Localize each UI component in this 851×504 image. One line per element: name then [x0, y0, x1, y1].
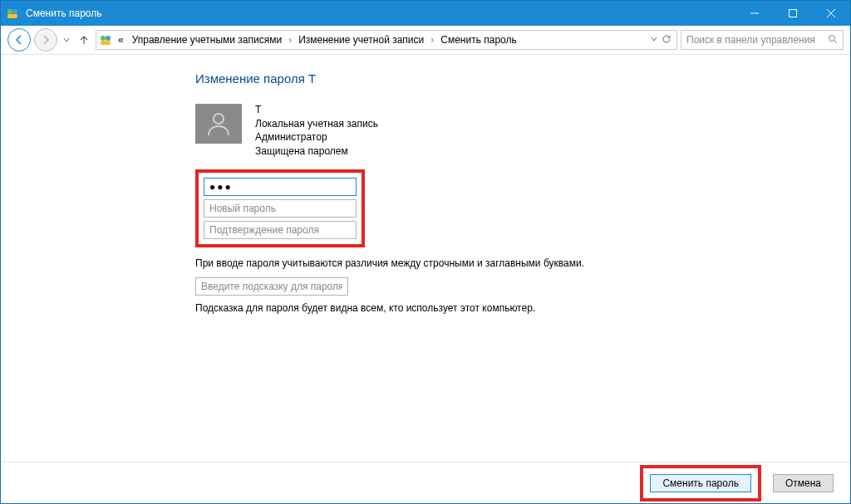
svg-point-12	[214, 114, 224, 124]
chevron-right-icon: ›	[429, 34, 435, 46]
address-dropdown-icon[interactable]	[650, 34, 658, 46]
svg-line-11	[834, 41, 837, 43]
svg-point-8	[106, 36, 111, 41]
current-password-input[interactable]	[204, 178, 357, 196]
chevron-right-icon: ›	[287, 34, 293, 46]
avatar	[195, 104, 242, 144]
new-password-input[interactable]	[204, 199, 357, 218]
confirm-password-input[interactable]	[204, 221, 357, 239]
user-account-type: Локальная учетная запись	[255, 118, 378, 131]
user-role: Администратор	[255, 131, 378, 144]
recent-locations-button[interactable]	[61, 28, 72, 51]
breadcrumb-item[interactable]: Сменить пароль	[437, 34, 520, 46]
back-button[interactable]	[7, 28, 31, 51]
window: Сменить пароль « Управлен	[0, 0, 851, 504]
breadcrumb-item[interactable]: Управление учетными записями	[129, 34, 285, 46]
titlebar: Сменить пароль	[1, 1, 850, 26]
svg-point-10	[829, 35, 835, 41]
search-icon[interactable]	[828, 34, 838, 46]
forward-button[interactable]	[34, 28, 57, 51]
breadcrumb-item[interactable]: Изменение учетной записи	[295, 34, 427, 46]
user-summary: T Локальная учетная запись Администратор…	[195, 104, 817, 158]
up-button[interactable]	[76, 28, 92, 51]
close-button[interactable]	[812, 1, 850, 26]
svg-rect-2	[7, 14, 17, 18]
navbar: « Управление учетными записями › Изменен…	[1, 26, 850, 55]
case-sensitivity-note: При вводе пароля учитываются различия ме…	[195, 257, 627, 269]
search-input[interactable]	[686, 34, 828, 46]
svg-rect-9	[101, 41, 111, 45]
svg-point-0	[7, 9, 12, 14]
window-title: Сменить пароль	[26, 7, 102, 19]
hint-visibility-note: Подсказка для пароля будет видна всем, к…	[195, 302, 627, 314]
page-heading: Изменение пароля T	[195, 71, 817, 86]
user-protection: Защищена паролем	[255, 145, 378, 159]
svg-rect-4	[790, 10, 797, 17]
search-box[interactable]	[681, 30, 844, 50]
password-fields-highlight	[195, 169, 365, 247]
svg-point-7	[101, 36, 106, 41]
maximize-button[interactable]	[774, 1, 812, 26]
cancel-button[interactable]: Отмена	[773, 474, 834, 492]
password-hint-input[interactable]	[195, 277, 348, 296]
minimize-button[interactable]	[735, 1, 774, 26]
footer: Сменить пароль Отмена	[1, 462, 850, 503]
user-accounts-icon	[98, 32, 113, 47]
content-area: Изменение пароля T T Локальная учетная з…	[1, 55, 850, 462]
refresh-icon[interactable]	[662, 34, 671, 46]
submit-button-highlight: Сменить пароль	[640, 465, 761, 502]
user-name: T	[255, 104, 378, 117]
breadcrumb-prefix: «	[115, 34, 127, 46]
svg-point-1	[12, 9, 17, 14]
change-password-button[interactable]: Сменить пароль	[650, 474, 751, 492]
user-accounts-icon	[6, 7, 19, 20]
address-bar[interactable]: « Управление учетными записями › Изменен…	[96, 30, 677, 50]
